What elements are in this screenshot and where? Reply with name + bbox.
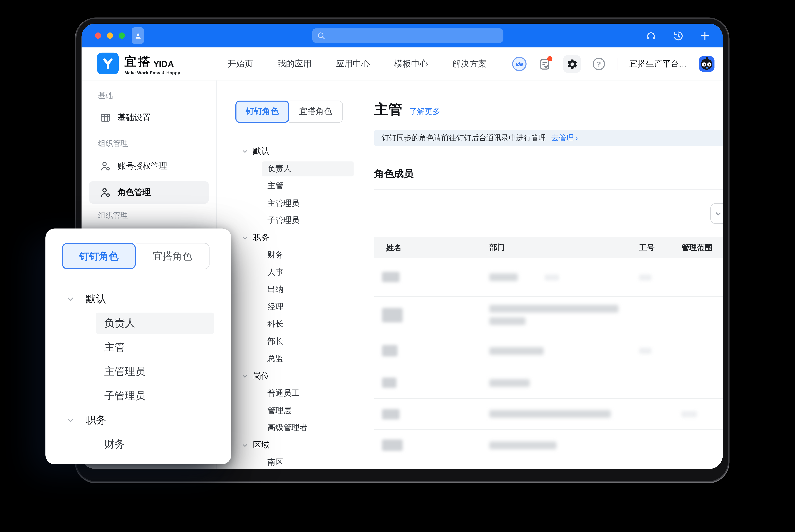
redacted-name [382,308,403,322]
tree-item-label: 经理 [267,302,283,312]
titlebar-avatar-chip[interactable] [132,27,144,44]
section-divider [374,189,723,190]
tree-group-duty[interactable]: 职务 [217,229,360,247]
tree-item-cashier[interactable]: 出纳 [217,281,360,299]
tree-item-label: 职务 [253,232,270,243]
go-manage-link[interactable]: 去管理 [551,133,574,143]
redacted-department [489,379,530,387]
popup-tree-item-sub-admin[interactable]: 子管理员 [45,384,231,408]
tree-item-senior-manager[interactable]: 高级管理者 [217,419,360,437]
nav-item-solutions[interactable]: 解决方案 [452,58,487,70]
close-button[interactable] [95,33,101,39]
nav-item-template-center[interactable]: 模板中心 [394,58,428,70]
app-logo[interactable]: 宜搭 YiDA Make Work Easy & Happy [97,53,180,75]
redacted-cell [544,274,559,281]
popup-tree-item-finance[interactable]: 财务 [45,432,231,457]
tree-item-supervisor[interactable]: 主管 [217,177,360,195]
tree-item-director[interactable]: 总监 [217,350,360,367]
table-row[interactable] [374,399,723,430]
table-row[interactable] [374,334,723,367]
redacted-name [382,378,396,388]
tree-item-management[interactable]: 管理层 [217,402,360,419]
settings-button[interactable] [563,55,581,73]
person-gear-icon [99,160,111,172]
redacted-department [489,347,543,355]
tree-item-minister[interactable]: 部长 [217,333,360,350]
tree-group-post[interactable]: 岗位 [217,367,360,385]
table-row[interactable] [374,297,723,334]
search-input[interactable] [329,32,494,39]
sidebar-item-basic-settings[interactable]: 基础设置 [89,106,209,129]
maximize-button[interactable] [119,33,125,39]
tree-item-label: 出纳 [267,284,283,295]
tree-item-section-chief[interactable]: 科长 [217,316,360,333]
clipped-edge-button[interactable] [710,203,723,224]
tree-item-label: 高级管理者 [267,422,308,433]
tree-item-label: 主管 [104,341,125,354]
tree-item-label: 负责人 [104,316,135,330]
nav-item-app-center[interactable]: 应用中心 [336,58,370,70]
header-divider [617,58,617,70]
tree-item-label: 总监 [267,354,283,364]
tree-item-south-region[interactable]: 南区 [217,454,360,469]
popup-tree-item-owner[interactable]: 负责人 [45,311,231,335]
tree-item-sub-admin[interactable]: 子管理员 [217,212,360,229]
tree-item-main-admin[interactable]: 主管理员 [217,195,360,212]
tree-item-finance[interactable]: 财务 [217,247,360,264]
workspace-name[interactable]: 宜搭生产平台… [629,58,687,69]
popup-tree-group-duty[interactable]: 职务 [45,408,231,432]
tree-item-label: 岗位 [253,371,270,381]
chevron-down-icon [242,148,248,155]
popup-role-tree: 默认 负责人 主管 主管理员 子管理员 职务 财务 [45,287,231,456]
popup-tree-item-supervisor[interactable]: 主管 [45,335,231,359]
tree-item-regular-staff[interactable]: 普通员工 [217,385,360,402]
window-titlebar [81,24,723,48]
popup-tab-yida-roles[interactable]: 宜搭角色 [136,243,210,269]
user-avatar[interactable] [699,56,715,72]
popup-tab-dingtalk-roles[interactable]: 钉钉角色 [62,243,136,269]
help-icon[interactable]: ? [593,58,605,70]
app-header: 宜搭 YiDA Make Work Easy & Happy 开始页 我的应用 … [81,48,723,80]
redacted-cell [639,274,651,281]
table-row[interactable] [374,430,723,461]
search-bar[interactable] [312,28,503,43]
popup-tree-item-main-admin[interactable]: 主管理员 [45,359,231,384]
redacted-department [489,317,525,325]
popup-tree-group-default[interactable]: 默认 [45,287,231,311]
sidebar-item-role-mgmt[interactable]: 角色管理 [89,181,209,204]
sidebar-group-org2: 组织管理 [98,210,128,220]
tree-group-region[interactable]: 区域 [217,437,360,454]
tab-dingtalk-roles[interactable]: 钉钉角色 [235,100,289,123]
learn-more-link[interactable]: 了解更多 [409,107,440,117]
chevron-down-icon [715,210,722,217]
tree-item-label: 职务 [86,413,106,427]
tree-item-label: 主管理员 [104,365,146,379]
chevron-down-icon [66,416,75,424]
logo-text: 宜搭 YiDA Make Work Easy & Happy [124,53,180,75]
tree-group-default[interactable]: 默认 [217,143,360,160]
plus-icon[interactable] [700,30,710,41]
table-row[interactable] [374,258,723,297]
tab-yida-roles[interactable]: 宜搭角色 [289,100,343,123]
nav-item-my-apps[interactable]: 我的应用 [278,58,312,70]
table-header: 姓名 部门 工号 管理范围 [374,237,723,258]
person-icon [134,32,142,39]
column-employee-id: 工号 [639,237,654,258]
history-icon[interactable] [672,30,684,41]
tree-item-label: 区域 [253,440,270,451]
redacted-department [489,410,611,418]
tree-item-hr[interactable]: 人事 [217,264,360,281]
vip-crown-icon[interactable] [512,57,526,71]
nav-item-start[interactable]: 开始页 [228,58,253,70]
zoom-callout-panel: 钉钉角色 宜搭角色 默认 负责人 主管 主管理员 子管理员 职务 财务 [45,228,231,464]
logo-cn-text: 宜搭 [124,54,152,70]
todo-list-button[interactable] [538,58,551,71]
table-row[interactable] [374,367,723,399]
minimize-button[interactable] [107,33,113,39]
notification-dot [547,56,552,61]
tree-item-owner[interactable]: 负责人 [217,160,360,177]
tree-item-manager[interactable]: 经理 [217,299,360,316]
headphones-icon[interactable] [645,30,657,41]
sidebar-item-account-auth[interactable]: 账号授权管理 [89,155,209,177]
primary-nav: 开始页 我的应用 应用中心 模板中心 解决方案 [228,48,487,80]
